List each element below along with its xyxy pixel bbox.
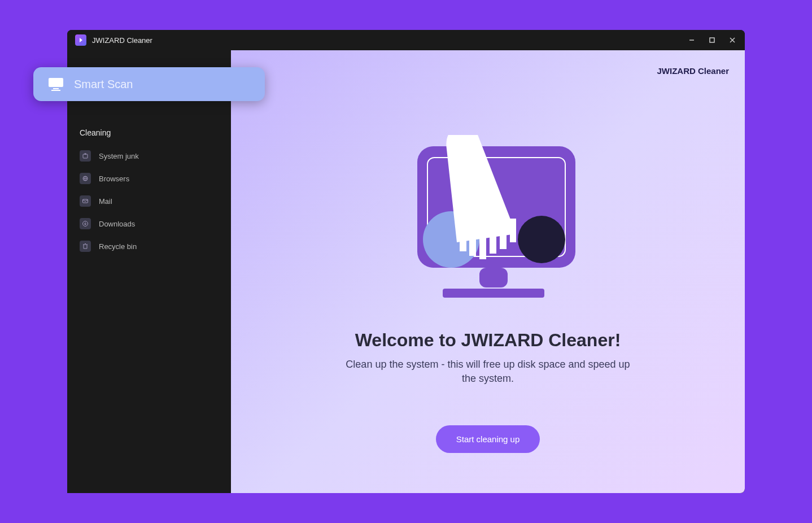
svg-rect-4	[49, 78, 63, 87]
trash-icon	[80, 241, 91, 252]
sidebar-item-mail[interactable]: Mail	[67, 191, 231, 211]
monitor-icon	[48, 76, 64, 92]
svg-rect-16	[479, 268, 508, 287]
svg-rect-17	[443, 289, 544, 298]
sidebar: Smart Scan Cleaning System junk Browsers	[67, 50, 231, 493]
nav-items: System junk Browsers Mail	[67, 146, 231, 256]
globe-icon	[80, 173, 91, 184]
app-logo-icon	[75, 34, 86, 46]
close-button[interactable]	[728, 36, 737, 45]
sidebar-item-browsers[interactable]: Browsers	[67, 169, 231, 188]
start-cleaning-button[interactable]: Start cleaning up	[436, 425, 540, 453]
svg-rect-5	[53, 88, 59, 89]
svg-rect-23	[510, 219, 516, 242]
svg-rect-18	[460, 219, 466, 251]
sidebar-item-label: Browsers	[99, 175, 129, 183]
download-icon	[80, 218, 91, 229]
titlebar-left: JWIZARD Cleaner	[75, 34, 152, 46]
welcome-subtitle: Clean up the system - this will free up …	[341, 358, 635, 386]
svg-point-15	[518, 216, 565, 263]
maximize-button[interactable]	[708, 36, 717, 45]
sidebar-item-system-junk[interactable]: System junk	[67, 146, 231, 165]
window-controls	[687, 36, 737, 45]
svg-rect-19	[469, 219, 476, 256]
sidebar-item-label: System junk	[99, 152, 139, 160]
sidebar-item-label: Mail	[99, 197, 112, 206]
minimize-button[interactable]	[687, 36, 696, 45]
smart-scan-label: Smart Scan	[74, 78, 133, 91]
sidebar-item-label: Recycle bin	[99, 242, 137, 251]
svg-rect-22	[500, 219, 507, 249]
cleaner-illustration	[400, 135, 575, 310]
titlebar: JWIZARD Cleaner	[67, 30, 745, 50]
main-content: JWIZARD Cleaner W	[231, 50, 745, 493]
brand-label: JWIZARD Cleaner	[657, 66, 729, 76]
app-body: Smart Scan Cleaning System junk Browsers	[67, 50, 745, 493]
app-title: JWIZARD Cleaner	[92, 36, 152, 45]
mail-icon	[80, 195, 91, 207]
app-window: JWIZARD Cleaner	[67, 30, 745, 493]
svg-rect-7	[83, 154, 88, 158]
smart-scan-button[interactable]: Smart Scan	[33, 67, 265, 101]
folder-icon	[80, 150, 91, 162]
svg-rect-21	[490, 219, 496, 254]
sidebar-item-label: Downloads	[99, 220, 135, 228]
sidebar-item-recycle-bin[interactable]: Recycle bin	[67, 237, 231, 256]
welcome-title: Welcome to JWIZARD Cleaner!	[355, 330, 621, 351]
svg-rect-6	[51, 90, 60, 91]
svg-rect-20	[479, 219, 486, 259]
sidebar-item-downloads[interactable]: Downloads	[67, 214, 231, 233]
svg-rect-1	[710, 38, 714, 42]
